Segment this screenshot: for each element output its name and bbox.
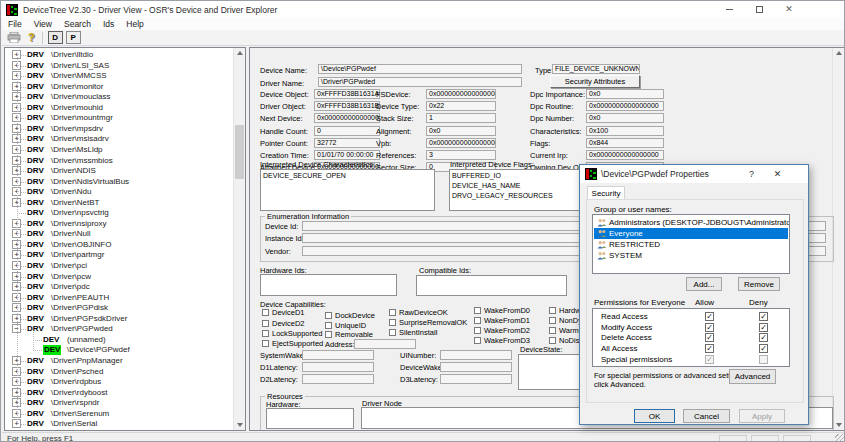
- help-icon[interactable]: ?: [28, 32, 35, 43]
- tree-item[interactable]: DRV\Driver\npsvctrig: [6, 208, 232, 219]
- allow-checkbox[interactable]: ✓: [705, 323, 714, 332]
- capability-checkbox[interactable]: WakeFromD0: [474, 306, 530, 315]
- field-value[interactable]: 0x100: [586, 126, 664, 136]
- user-list-item[interactable]: SYSTEM: [594, 250, 788, 261]
- scroll-up-icon[interactable]: [833, 48, 844, 58]
- field-value[interactable]: 0x0000000000000000: [586, 150, 664, 160]
- capability-checkbox[interactable]: WakeFromD1: [474, 316, 530, 325]
- menu-item-help[interactable]: Help: [120, 19, 149, 29]
- tree-item[interactable]: +DRV\Driver\mouhid: [6, 103, 232, 114]
- capability-checkbox[interactable]: DockDevice: [325, 311, 375, 320]
- resize-grip-icon[interactable]: [835, 434, 844, 442]
- tree-item[interactable]: DEV\Device\PGPwdef: [6, 345, 232, 356]
- allow-checkbox[interactable]: ✓: [705, 344, 714, 353]
- capability-checkbox[interactable]: WakeFromD2: [474, 326, 530, 335]
- remove-user-button[interactable]: Remove: [738, 277, 780, 291]
- plug-and-play-view-button[interactable]: P: [66, 31, 81, 44]
- tree-item[interactable]: +DRV\Driver\lltdio: [6, 50, 232, 61]
- tree-item[interactable]: +DRV\Driver\Serial: [6, 419, 232, 430]
- user-list-item[interactable]: RESTRICTED: [594, 239, 788, 250]
- tree-item[interactable]: +DRV\Driver\nsiproxy: [6, 219, 232, 230]
- field-value[interactable]: 01/01/70 00:00:00: [314, 150, 380, 160]
- field-value[interactable]: 0x0: [586, 113, 664, 123]
- deny-checkbox[interactable]: ✓: [759, 323, 768, 332]
- menu-item-ids[interactable]: Ids: [97, 19, 120, 29]
- device-name-value[interactable]: \Device\PGPwdef: [318, 64, 522, 74]
- tree-item[interactable]: +DRV\Driver\rspndr: [6, 398, 232, 409]
- field-value[interactable]: 0x0: [426, 126, 496, 136]
- menu-item-file[interactable]: File: [2, 19, 28, 29]
- deny-checkbox[interactable]: ✓: [759, 333, 768, 342]
- tree-item[interactable]: +DRV\Driver\PGPsdkDriver: [6, 314, 232, 325]
- device-state-list[interactable]: [518, 354, 580, 390]
- devicewake-field[interactable]: [440, 362, 512, 372]
- ok-button[interactable]: OK: [634, 409, 675, 423]
- field-value[interactable]: 0x0: [586, 89, 664, 99]
- apply-button[interactable]: Apply: [739, 409, 785, 423]
- tree-scrollbar[interactable]: [233, 48, 245, 430]
- dialog-close-button[interactable]: ✕: [769, 166, 786, 181]
- tree-item[interactable]: +DRV\Driver\LSI_SAS: [6, 61, 232, 72]
- capability-checkbox[interactable]: WakeFromD3: [474, 336, 530, 345]
- d1latency-field[interactable]: [302, 362, 374, 372]
- tree-scrollbar-thumb[interactable]: [235, 125, 244, 179]
- allow-checkbox[interactable]: ✓: [705, 333, 714, 342]
- advanced-button[interactable]: Advanced: [729, 369, 776, 384]
- tree-item[interactable]: +DRV\Driver\MsLldp: [6, 145, 232, 156]
- hardware-resources-list[interactable]: [266, 408, 354, 429]
- driver-name-value[interactable]: \Driver\PGPwded: [318, 77, 522, 87]
- field-value[interactable]: 1: [426, 113, 496, 123]
- tree-item[interactable]: +DRV\Driver\OBJINFO: [6, 240, 232, 251]
- tree-item[interactable]: +DRV\Driver\Serenum: [6, 409, 232, 420]
- capability-checkbox[interactable]: DeviceD2: [262, 319, 305, 328]
- capability-checkbox[interactable]: SilentInstall: [389, 328, 437, 337]
- capability-checkbox[interactable]: Removable: [325, 330, 373, 339]
- tree-item[interactable]: +DRV\Driver\NDIS: [6, 166, 232, 177]
- scroll-down-icon[interactable]: [234, 420, 245, 430]
- tree-item[interactable]: +DRV\Driver\PGPdisk: [6, 303, 232, 314]
- close-button[interactable]: ✕: [774, 1, 804, 18]
- field-value[interactable]: 0x22: [426, 101, 496, 111]
- print-icon[interactable]: [7, 32, 21, 43]
- field-value[interactable]: 0: [314, 126, 380, 136]
- driver-view-button[interactable]: D: [48, 31, 63, 44]
- field-value[interactable]: 0xFFFFD38B1631AE40: [314, 89, 380, 99]
- tree-item[interactable]: +DRV\Driver\rdyboost: [6, 388, 232, 399]
- tree-item[interactable]: +DRV\Driver\Psched: [6, 367, 232, 378]
- device-type-value[interactable]: FILE_DEVICE_UNKNOWN: [552, 64, 640, 74]
- d2latency-field[interactable]: [302, 374, 374, 384]
- capability-checkbox[interactable]: LockSupported: [262, 329, 322, 338]
- tab-security[interactable]: Security: [587, 186, 625, 200]
- uinumber-field[interactable]: [440, 350, 512, 360]
- capability-checkbox[interactable]: EjectSupported: [262, 339, 323, 348]
- field-value[interactable]: 0x0000000000000000: [314, 113, 380, 123]
- tree-item[interactable]: +DRV\Driver\pcw: [6, 272, 232, 283]
- tree-item[interactable]: −DRV\Driver\PGPwded: [6, 324, 232, 335]
- allow-checkbox[interactable]: ✓: [705, 312, 714, 321]
- tree-item[interactable]: +DRV\Driver\NdisVirtualBus: [6, 177, 232, 188]
- menu-item-search[interactable]: Search: [58, 19, 97, 29]
- tree-item[interactable]: +DRV\Driver\mpsdrv: [6, 124, 232, 135]
- security-attributes-button[interactable]: Security Attributes: [550, 75, 640, 88]
- user-list-item[interactable]: Everyone: [594, 228, 788, 239]
- menu-item-view[interactable]: View: [28, 19, 58, 29]
- user-list-item[interactable]: Administrators (DESKTOP-JDBOUGT\Administ…: [594, 217, 788, 228]
- field-value[interactable]: 0x0000000000000000: [426, 89, 496, 99]
- tree-item[interactable]: DEV(unnamed): [6, 335, 232, 346]
- tree-item[interactable]: +DRV\Driver\mouclass: [6, 92, 232, 103]
- capability-checkbox[interactable]: DeviceD1: [262, 308, 305, 317]
- capability-checkbox[interactable]: UniqueID: [325, 321, 366, 330]
- group-user-names-list[interactable]: Administrators (DESKTOP-JDBOUGT\Administ…: [592, 214, 790, 274]
- capability-checkbox[interactable]: RawDeviceOK: [389, 308, 448, 317]
- tree-item[interactable]: +DRV\Driver\NetBT: [6, 198, 232, 209]
- cancel-button[interactable]: Cancel: [683, 409, 730, 423]
- systemwake-field[interactable]: [302, 350, 374, 360]
- scroll-up-icon[interactable]: [234, 48, 245, 58]
- address-field[interactable]: [354, 339, 416, 349]
- interpreted-flags-list[interactable]: BUFFERED_IODEVICE_HAS_NAMEDRVO_LEGACY_RE…: [449, 169, 594, 211]
- dialog-help-button[interactable]: ?: [743, 166, 760, 181]
- tree-item[interactable]: +DRV\Driver\pdc: [6, 282, 232, 293]
- maximize-button[interactable]: [744, 1, 774, 18]
- tree-item[interactable]: +DRV\Driver\Ndu: [6, 187, 232, 198]
- tree-item[interactable]: +DRV\Driver\MMCSS: [6, 71, 232, 82]
